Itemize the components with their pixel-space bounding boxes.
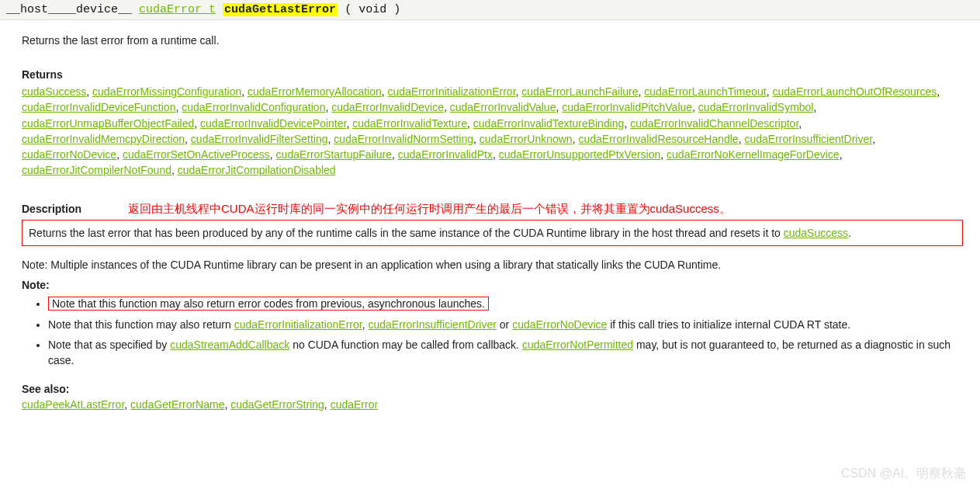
note-heading: Note:: [22, 279, 963, 291]
return-link-cudaerrorlaunchtimeout[interactable]: cudaErrorLaunchTimeout: [644, 85, 766, 98]
return-link-cudaerrorinvaliddevicepointer[interactable]: cudaErrorInvalidDevicePointer: [200, 117, 346, 130]
return-link-cudaerrorjitcompilationdisabled[interactable]: cudaErrorJitCompilationDisabled: [178, 164, 336, 176]
return-link-cudaerrorinvalidtexturebinding[interactable]: cudaErrorInvalidTextureBinding: [473, 117, 625, 130]
return-link-cudaerrorinvalidtexture[interactable]: cudaErrorInvalidTexture: [352, 117, 467, 130]
signature-prefix: __host____device__: [6, 3, 132, 16]
link-no-device[interactable]: cudaErrorNoDevice: [512, 318, 607, 331]
desc-text-pre: Returns the last error that has been pro…: [29, 227, 784, 239]
note-multiple-instances: Note: Multiple instances of the CUDA Run…: [22, 257, 963, 273]
return-link-cudaerrorinvalidnormsetting[interactable]: cudaErrorInvalidNormSetting: [334, 133, 473, 145]
see-also-link-cudageterrorname[interactable]: cudaGetErrorName: [130, 398, 224, 411]
returns-heading: Returns: [22, 68, 963, 81]
description-box: Returns the last error that has been pro…: [22, 220, 963, 246]
note-item-3: Note that as specified by cudaStreamAddC…: [48, 337, 963, 369]
return-link-cudaerrorinvalidpitchvalue[interactable]: cudaErrorInvalidPitchValue: [562, 101, 692, 113]
return-link-cudaerrorlaunchoutofresources[interactable]: cudaErrorLaunchOutOfResources: [773, 85, 937, 98]
returns-list: cudaSuccess, cudaErrorMissingConfigurati…: [22, 84, 963, 179]
see-also-link-cudapeekatlasterror[interactable]: cudaPeekAtLastError: [22, 398, 124, 411]
return-link-cudaerrorsetonactiveprocess[interactable]: cudaErrorSetOnActiveProcess: [123, 148, 270, 161]
link-insufficient-driver[interactable]: cudaErrorInsufficientDriver: [368, 318, 496, 331]
see-also-heading: See also:: [22, 383, 963, 395]
return-link-cudaerrorinvalidresourcehandle[interactable]: cudaErrorInvalidResourceHandle: [578, 133, 738, 145]
note-item-1: Note that this function may also return …: [48, 296, 963, 311]
page-content: Returns the last error from a runtime ca…: [0, 20, 980, 422]
return-link-cudaerrorstartupfailure[interactable]: cudaErrorStartupFailure: [276, 148, 392, 161]
return-link-cudaerrorunmapbufferobjectfailed[interactable]: cudaErrorUnmapBufferObjectFailed: [22, 117, 194, 130]
note-item-2: Note that this function may also return …: [48, 317, 963, 332]
signature-params: ( void ): [345, 3, 400, 16]
description-heading: Description: [22, 203, 81, 215]
desc-text-post: .: [848, 227, 851, 239]
link-init-error[interactable]: cudaErrorInitializationError: [234, 318, 362, 331]
see-also-link-cudaerror[interactable]: cudaError: [331, 398, 378, 411]
return-link-cudaerrorunknown[interactable]: cudaErrorUnknown: [480, 133, 573, 145]
return-link-cudaerrorinvalidfiltersetting[interactable]: cudaErrorInvalidFilterSetting: [191, 133, 328, 145]
return-link-cudaerrorinvalidconfiguration[interactable]: cudaErrorInvalidConfiguration: [182, 101, 325, 113]
return-link-cudaerrorinsufficientdriver[interactable]: cudaErrorInsufficientDriver: [744, 133, 872, 145]
return-link-cudaerrornodevice[interactable]: cudaErrorNoDevice: [22, 148, 116, 161]
return-link-cudaerrorlaunchfailure[interactable]: cudaErrorLaunchFailure: [521, 85, 638, 98]
note-1-boxed: Note that this function may also return …: [48, 297, 489, 311]
desc-link-cudasuccess[interactable]: cudaSuccess: [784, 227, 848, 239]
return-link-cudaerrorinvalidptx[interactable]: cudaErrorInvalidPtx: [398, 148, 493, 161]
summary-text: Returns the last error from a runtime ca…: [22, 34, 963, 47]
return-link-cudaerrorinvaliddevice[interactable]: cudaErrorInvalidDevice: [331, 101, 444, 113]
function-name: cudaGetLastError: [223, 3, 338, 16]
see-also-list: cudaPeekAtLastError, cudaGetErrorName, c…: [22, 398, 963, 411]
return-link-cudaerrormissingconfiguration[interactable]: cudaErrorMissingConfiguration: [92, 85, 241, 98]
return-link-cudaerrorinvalidvalue[interactable]: cudaErrorInvalidValue: [450, 101, 556, 113]
return-link-cudaerrorinvaliddevicefunction[interactable]: cudaErrorInvalidDeviceFunction: [22, 101, 175, 113]
return-link-cudaerrorinitializationerror[interactable]: cudaErrorInitializationError: [388, 85, 516, 98]
see-also-link-cudageterrorstring[interactable]: cudaGetErrorString: [230, 398, 324, 411]
return-link-cudaerrornokernelimagefordevice[interactable]: cudaErrorNoKernelImageForDevice: [667, 148, 840, 161]
return-link-cudaerrorinvalidmemcpydirection[interactable]: cudaErrorInvalidMemcpyDirection: [22, 133, 185, 145]
return-link-cudaerrormemoryallocation[interactable]: cudaErrorMemoryAllocation: [248, 85, 382, 98]
return-type-link[interactable]: cudaError_t: [139, 3, 216, 16]
return-link-cudaerrorjitcompilernotfound[interactable]: cudaErrorJitCompilerNotFound: [22, 164, 171, 176]
chinese-annotation: 返回由主机线程中CUDA运行时库的同一实例中的任何运行时调用产生的最后一个错误，…: [128, 202, 731, 217]
return-link-cudasuccess[interactable]: cudaSuccess: [22, 85, 86, 98]
return-link-cudaerrorunsupportedptxversion[interactable]: cudaErrorUnsupportedPtxVersion: [499, 148, 661, 161]
return-link-cudaerrorinvalidsymbol[interactable]: cudaErrorInvalidSymbol: [698, 101, 814, 113]
link-stream-add-callback[interactable]: cudaStreamAddCallback: [170, 339, 289, 351]
function-signature: __host____device__ cudaError_t cudaGetLa…: [0, 0, 980, 20]
notes-list: Note that this function may also return …: [22, 296, 963, 368]
link-not-permitted[interactable]: cudaErrorNotPermitted: [522, 339, 633, 351]
return-link-cudaerrorinvalidchanneldescriptor[interactable]: cudaErrorInvalidChannelDescriptor: [630, 117, 798, 130]
